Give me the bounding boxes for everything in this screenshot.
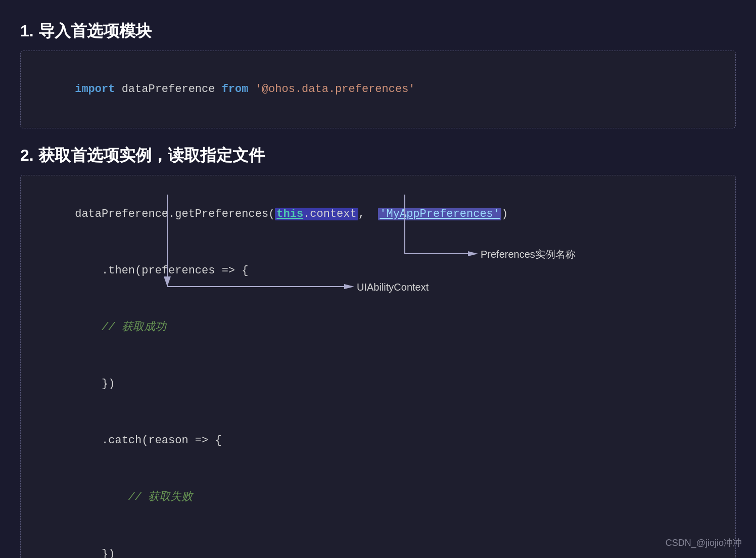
- keyword-import: import: [75, 83, 115, 96]
- plain-text: dataPreference: [115, 83, 221, 96]
- s2-line1: dataPreference.getPreferences(this.conte…: [35, 185, 721, 242]
- s2-this-context: this.context: [275, 208, 358, 220]
- section-1-heading: 导入首选项模块: [38, 22, 152, 40]
- section-2-code-block: dataPreference.getPreferences(this.conte…: [20, 175, 736, 558]
- section-1-code-block: import dataPreference from '@ohos.data.p…: [20, 51, 736, 128]
- s2-line5: .catch(reason => {: [35, 412, 721, 469]
- section-2-title: 2. 获取首选项实例，读取指定文件: [20, 145, 736, 167]
- s2-then: .then(preferences => {: [75, 264, 248, 277]
- s2-comment1: // 获取成功: [75, 321, 166, 334]
- section-1-number: 1.: [20, 22, 34, 40]
- s2-catch: .catch(reason => {: [75, 434, 221, 447]
- s2-comment2: // 获取失败: [75, 491, 193, 503]
- section-1-title: 1. 导入首选项模块: [20, 20, 736, 42]
- watermark: CSDN_@jiojio冲冲: [666, 537, 742, 549]
- s2-prefix: dataPreference.getPreferences(: [75, 208, 275, 220]
- section-2: 2. 获取首选项实例，读取指定文件 dataPreference.getPref…: [20, 145, 736, 558]
- s2-line3: // 获取成功: [35, 299, 721, 356]
- section-1-code-line: import dataPreference from '@ohos.data.p…: [35, 61, 721, 118]
- s2-comma: ,: [358, 208, 379, 220]
- section-2-heading: 获取首选项实例，读取指定文件: [38, 146, 265, 164]
- s2-line4: }): [35, 356, 721, 412]
- s2-close-catch: }): [75, 548, 115, 558]
- s2-dot-context: .context: [303, 208, 357, 220]
- s2-line6: // 获取失败: [35, 469, 721, 526]
- string-module: '@ohos.data.preferences': [255, 83, 415, 96]
- section-2-number: 2.: [20, 146, 34, 164]
- s2-close-then: }): [75, 378, 115, 390]
- keyword-this: this: [276, 208, 303, 220]
- plain-space: [248, 83, 255, 96]
- s2-line2: .then(preferences => {: [35, 242, 721, 299]
- section-1: 1. 导入首选项模块 import dataPreference from '@…: [20, 20, 736, 128]
- keyword-from: from: [222, 83, 249, 96]
- s2-app-pref-str: 'MyAppPreferences': [378, 208, 501, 220]
- s2-close-paren: ): [501, 208, 508, 220]
- s2-line7: }): [35, 526, 721, 558]
